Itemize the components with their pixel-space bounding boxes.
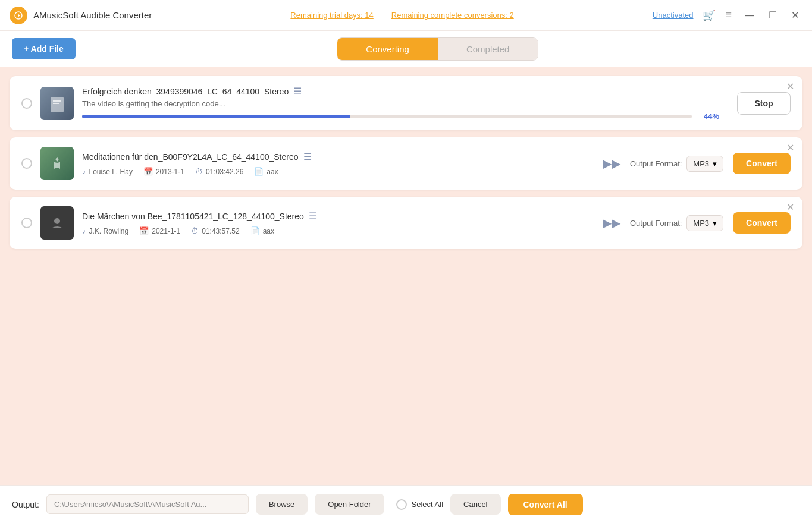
title-bar-center: Remaining trial days: 14 Remaining compl… xyxy=(290,11,513,20)
format-select-2[interactable]: MP3 ▾ xyxy=(686,156,723,172)
app-logo xyxy=(10,7,27,24)
thumbnail-1 xyxy=(40,87,74,120)
clock-icon-3: ⏱ xyxy=(191,226,199,235)
svg-rect-2 xyxy=(53,103,59,104)
select-all-group: Select All xyxy=(396,499,443,510)
card-menu-icon-1[interactable]: ☰ xyxy=(293,86,302,97)
tab-completed[interactable]: Completed xyxy=(438,38,538,60)
card-filename-2: Meditationen für den_B00F9Y2L4A_LC_64_44… xyxy=(82,152,299,162)
card-info-2: Meditationen für den_B00F9Y2L4A_LC_64_44… xyxy=(82,151,585,176)
output-format-label-3: Output Format: xyxy=(630,219,682,228)
menu-icon[interactable]: ≡ xyxy=(725,9,732,21)
thumbnail-2 xyxy=(40,147,74,180)
title-bar-left: AMusicSoft Audible Converter xyxy=(10,7,152,24)
meta-date-2: 📅 2013-1-1 xyxy=(143,167,184,176)
cart-icon[interactable]: 🛒 xyxy=(703,9,716,22)
remaining-conversions[interactable]: Remaining complete conversions: 2 xyxy=(391,11,514,20)
convert-button-2[interactable]: Convert xyxy=(733,153,791,174)
calendar-icon-2: 📅 xyxy=(143,167,153,176)
forward-arrows-2: ▶▶ xyxy=(603,156,620,171)
close-card-2[interactable]: ✕ xyxy=(786,143,794,153)
format-select-3[interactable]: MP3 ▾ xyxy=(686,215,723,231)
forward-arrows-3: ▶▶ xyxy=(603,216,620,230)
app-title: AMusicSoft Audible Converter xyxy=(33,10,152,20)
output-path: C:\Users\micso\AMusicSoft\AMusicSoft Au.… xyxy=(46,494,249,514)
tab-group: Converting Completed xyxy=(337,38,538,60)
convert-all-button[interactable]: Convert All xyxy=(508,494,583,515)
meta-author-3: ♪ J.K. Rowling xyxy=(82,226,128,235)
card-title-row-3: Die Märchen von Bee_1781105421_LC_128_44… xyxy=(82,210,585,222)
close-button[interactable]: ✕ xyxy=(788,8,802,22)
card-right-1: Stop xyxy=(737,92,791,115)
card-title-row-1: Erfolgreich denken_3949399046_LC_64_4410… xyxy=(82,86,719,97)
card-info-1: Erfolgreich denken_3949399046_LC_64_4410… xyxy=(82,86,719,121)
output-format-label-2: Output Format: xyxy=(630,159,682,168)
output-label: Output: xyxy=(12,500,39,509)
toolbar: + Add File Converting Completed xyxy=(0,31,812,67)
progress-bar-fill-1 xyxy=(82,115,350,118)
main-content: ✕ Erfolgreich denken_3949399046_LC_64_44… xyxy=(0,67,812,485)
card-meta-3: ♪ J.K. Rowling 📅 2021-1-1 ⏱ 01:43:57.52 … xyxy=(82,226,585,235)
checkbox-3[interactable] xyxy=(21,218,32,228)
progress-bar-bg-1 xyxy=(82,115,692,118)
svg-point-3 xyxy=(54,218,60,224)
meta-format-3: 📄 aax xyxy=(250,226,274,235)
card-right-2: ▶▶ Output Format: MP3 ▾ Convert xyxy=(603,153,791,174)
file-card-2: ✕ Meditationen für den_B00F9Y2L4A_LC_64_… xyxy=(10,137,802,190)
meta-duration-3: ⏱ 01:43:57.52 xyxy=(191,226,239,235)
file-icon-2: 📄 xyxy=(254,167,264,176)
title-bar-right: Unactivated 🛒 ≡ — ☐ ✕ xyxy=(653,8,802,22)
card-meta-2: ♪ Louise L. Hay 📅 2013-1-1 ⏱ 01:03:42.26… xyxy=(82,167,585,176)
file-card-3: ✕ Die Märchen von Bee_1781105421_LC_128_… xyxy=(10,197,802,249)
output-format-group-3: Output Format: MP3 ▾ xyxy=(630,215,723,231)
card-filename-3: Die Märchen von Bee_1781105421_LC_128_44… xyxy=(82,212,304,221)
meta-duration-2: ⏱ 01:03:42.26 xyxy=(195,167,243,176)
thumbnail-3 xyxy=(40,206,74,240)
card-filename-1: Erfolgreich denken_3949399046_LC_64_4410… xyxy=(82,87,289,96)
add-file-button[interactable]: + Add File xyxy=(12,38,76,59)
meta-date-3: 📅 2021-1-1 xyxy=(139,226,180,235)
card-main-2: Meditationen für den_B00F9Y2L4A_LC_64_44… xyxy=(21,147,791,180)
title-bar: AMusicSoft Audible Converter Remaining t… xyxy=(0,0,812,31)
select-all-label[interactable]: Select All xyxy=(412,500,443,509)
tab-converting[interactable]: Converting xyxy=(337,38,438,60)
svg-rect-1 xyxy=(53,100,61,102)
file-card-1: ✕ Erfolgreich denken_3949399046_LC_64_44… xyxy=(10,76,802,130)
card-info-3: Die Märchen von Bee_1781105421_LC_128_44… xyxy=(82,210,585,235)
card-main-1: Erfolgreich denken_3949399046_LC_64_4410… xyxy=(21,86,791,121)
convert-button-3[interactable]: Convert xyxy=(733,212,791,234)
window-controls: — ☐ ✕ xyxy=(741,8,802,22)
select-all-radio[interactable] xyxy=(396,499,407,510)
progress-pct-1: 44% xyxy=(698,112,719,121)
maximize-button[interactable]: ☐ xyxy=(765,8,780,22)
card-right-3: ▶▶ Output Format: MP3 ▾ Convert xyxy=(603,212,791,234)
card-menu-icon-3[interactable]: ☰ xyxy=(309,210,317,222)
cancel-button[interactable]: Cancel xyxy=(450,494,500,515)
author-icon-3: ♪ xyxy=(82,226,86,235)
card-main-3: Die Märchen von Bee_1781105421_LC_128_44… xyxy=(21,206,791,240)
output-format-group-2: Output Format: MP3 ▾ xyxy=(630,156,723,172)
open-folder-button[interactable]: Open Folder xyxy=(315,494,384,515)
stop-button-1[interactable]: Stop xyxy=(737,92,791,115)
author-icon-2: ♪ xyxy=(82,167,86,176)
progress-row-1: 44% xyxy=(82,112,719,121)
minimize-button[interactable]: — xyxy=(741,9,758,22)
svg-rect-0 xyxy=(51,97,64,112)
card-menu-icon-2[interactable]: ☰ xyxy=(303,151,312,162)
card-status-1: The video is getting the decryption code… xyxy=(82,99,719,108)
card-title-row-2: Meditationen für den_B00F9Y2L4A_LC_64_44… xyxy=(82,151,585,162)
meta-author-2: ♪ Louise L. Hay xyxy=(82,167,133,176)
close-card-3[interactable]: ✕ xyxy=(786,203,794,212)
calendar-icon-3: 📅 xyxy=(139,226,149,235)
clock-icon-2: ⏱ xyxy=(195,167,203,176)
unactivated-link[interactable]: Unactivated xyxy=(653,11,694,20)
trial-days[interactable]: Remaining trial days: 14 xyxy=(290,11,373,20)
checkbox-1[interactable] xyxy=(21,98,32,109)
file-icon-3: 📄 xyxy=(250,226,260,235)
checkbox-2[interactable] xyxy=(21,158,32,169)
close-card-1[interactable]: ✕ xyxy=(786,82,794,92)
browse-button[interactable]: Browse xyxy=(256,494,308,515)
meta-format-2: 📄 aax xyxy=(254,167,278,176)
bottom-bar: Output: C:\Users\micso\AMusicSoft\AMusic… xyxy=(0,485,812,523)
